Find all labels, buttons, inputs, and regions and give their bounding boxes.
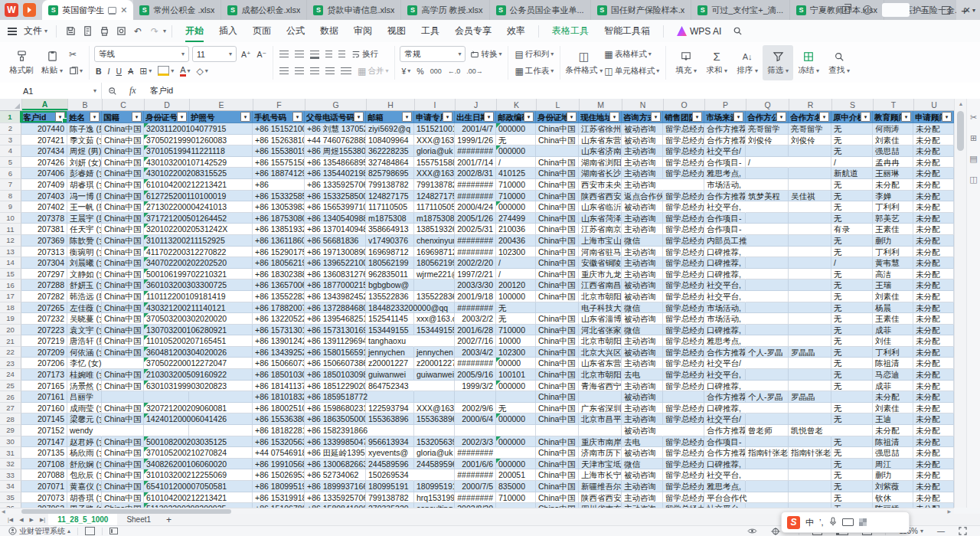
cell-B26[interactable]: 吕丽学 [67,391,102,403]
cell-J20[interactable]: 2001/6/28 [455,325,496,336]
cell-D13[interactable]: 411702200312270822 [144,247,189,258]
cell-I20[interactable]: 153449155 [414,325,455,336]
cell-L13[interactable]: China中国 [536,247,579,258]
cell-G6[interactable]: +86 1354402198 [305,168,366,179]
cell-H2[interactable]: ziyi5692@q [366,123,414,135]
cell-E30[interactable] [189,436,253,448]
cell-A27[interactable]: 207160 [21,403,67,414]
cell-O7[interactable] [663,179,704,191]
filter-dropdown-icon[interactable]: ▾ [733,112,743,122]
cell-T9[interactable]: 丁利利 [873,201,913,213]
header-cell-P[interactable]: 市场来源▾ [704,111,746,123]
cell-H24[interactable]: guiwanwei [366,369,414,381]
filter-dropdown-icon[interactable]: ▾ [484,112,494,122]
undo-chevron-icon[interactable]: ▾ [163,28,166,34]
cell-Q26[interactable]: 个人-罗晶 [746,391,789,403]
doc-tab[interactable]: S英国留学生✕ [42,0,133,20]
cell-K11[interactable]: 210036 [496,224,536,235]
cell-K6[interactable]: 410125 [496,168,536,179]
cell-H4[interactable]: 362228235 [366,145,414,157]
cell-M10[interactable]: 山东省菏泽 [579,213,622,224]
row-number[interactable]: 7 [0,179,21,191]
side-panel-icon[interactable]: ⊞ [970,133,977,143]
filter-button[interactable]: 筛选 ▾ [763,45,793,80]
doc-tab[interactable]: S高学历 教授.xlsx [401,0,489,20]
cell-R25[interactable] [789,381,831,392]
cell-G17[interactable]: +86 1343982452 [305,291,366,302]
vertical-scrollbar[interactable]: ▲ [954,99,966,508]
cell-R32[interactable] [789,459,831,470]
cell-S20[interactable]: 无 [831,325,873,336]
font-size-select[interactable]: 11▾ [192,46,237,62]
cell-M29[interactable] [579,425,622,436]
cell-K25[interactable]: 000000 [496,381,536,392]
filter-dropdown-icon[interactable]: ▾ [524,112,534,122]
cell-N18[interactable]: 微信 [622,302,663,314]
cell-G3[interactable]: +44 7460762888 [305,135,366,146]
cell-D28[interactable]: 142401200006041426 [144,413,189,425]
cell-G2[interactable]: +86 刘慧 137052 [305,123,366,135]
cell-A9[interactable]: 207402 [21,201,67,213]
cell-U12[interactable]: 未分配 [913,235,954,247]
menu-item-视图[interactable]: 视图 [380,20,413,42]
cell-A13[interactable]: 207313 [21,247,67,258]
cell-A5[interactable]: 207426 [21,157,67,168]
row-number[interactable]: 2 [0,123,21,135]
cell-I29[interactable] [414,425,455,436]
cell-N17[interactable]: 被动咨询 [622,291,663,302]
cell-I12[interactable]: chenxinyur [414,235,455,247]
cell-E29[interactable] [189,425,253,436]
cell-Q3[interactable]: 刘俊伶 [746,135,789,146]
cell-E19[interactable] [189,313,253,325]
cell-M26[interactable] [579,391,622,403]
row-number[interactable]: 22 [0,347,21,358]
wps-logo-icon[interactable]: W [5,3,18,17]
column-header-T[interactable]: T [874,99,914,110]
column-header-U[interactable]: U [914,99,954,110]
cell-I13[interactable]: 169698712 [414,247,455,258]
cell-R33[interactable] [789,469,831,481]
cell-G15[interactable]: +86 1360831276 [305,269,366,280]
cell-S17[interactable]: 无 [831,291,873,302]
borders-button[interactable]: ⊞▾ [138,66,153,77]
cell-E4[interactable] [189,145,253,157]
cell-K9[interactable]: 000000 [496,201,536,213]
cell-I14[interactable]: 180562199 [414,257,455,269]
cell-J11[interactable]: 2002/5/31 [455,224,496,235]
cell-O31[interactable]: 留学总经办 [663,447,704,459]
cell-E16[interactable] [189,279,253,291]
cell-F20[interactable]: +86 15731301 [253,325,305,336]
cell-R16[interactable] [789,279,831,291]
cell-Q5[interactable]: / [746,157,789,168]
currency-icon[interactable]: ¥▾ [400,67,412,76]
cell-E32[interactable] [189,459,253,470]
cell-H8[interactable]: 124827175 [366,191,414,202]
cell-S19[interactable]: 无 [831,313,873,325]
cell-Q4[interactable] [746,145,789,157]
column-header-C[interactable]: C [103,99,145,110]
cell-M21[interactable]: 北京市朝阳 [579,335,622,347]
cell-O17[interactable]: 留学总经办 [663,291,704,302]
cell-L18[interactable] [536,302,579,314]
doc-tab[interactable]: S可过_支付宝+_滴... [691,0,790,20]
cell-T20[interactable]: 成菲 [873,325,913,336]
cell-A19[interactable]: 207232 [21,313,67,325]
cell-L9[interactable]: China中国 [536,201,579,213]
cell-L7[interactable]: China中国 [536,179,579,191]
cell-K22[interactable]: 102300 [496,347,536,358]
cell-I3[interactable]: XXX@163.c [414,135,455,146]
cell-K26[interactable] [496,391,536,403]
cell-M5[interactable]: 湖南省浏阳 [579,157,622,168]
cell-N13[interactable]: 主动咨询 [622,247,663,258]
cell-D2[interactable]: 320311200104077915 [144,123,189,135]
cell-K30[interactable]: 000000 [496,436,536,448]
cell-D8[interactable]: 612725200110100019 [144,191,189,202]
cell-J34[interactable]: 2000/7/5 [455,481,496,492]
conditional-format-button[interactable]: ◫条件格式 ▾ [565,45,603,80]
cell-G9[interactable]: +86 1565399710 [305,201,366,213]
cell-K27[interactable]: 无 [496,403,536,414]
cell-I16[interactable] [414,279,455,291]
side-cards-icon[interactable]: ◫ [969,175,977,185]
cell-L6[interactable]: China中国 [536,168,579,179]
row-number[interactable]: 21 [0,335,21,347]
